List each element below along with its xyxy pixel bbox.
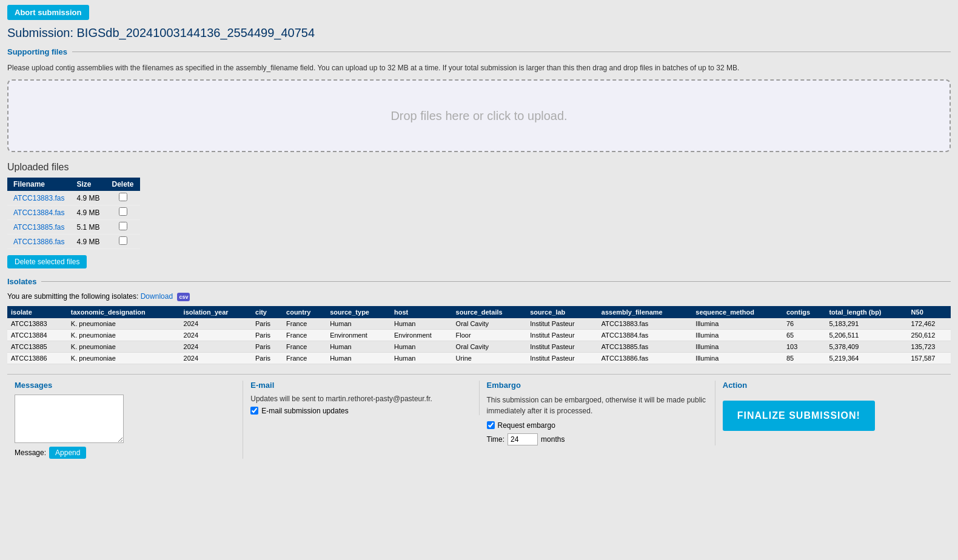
table-row: Illumina <box>692 318 783 330</box>
table-row: Human <box>390 341 452 352</box>
table-row: Paris <box>252 318 283 330</box>
table-row: ATCC13883.fas 4.9 MB <box>7 191 140 205</box>
messages-title: Messages <box>15 381 235 390</box>
finalize-submission-button[interactable]: FINALIZE SUBMISSION! <box>723 401 875 431</box>
messages-col: Messages Message: Append <box>7 381 243 459</box>
page-wrapper: Abort submission Submission: BIGSdb_2024… <box>0 0 958 560</box>
file-delete-cell <box>106 205 140 220</box>
email-checkbox-label[interactable]: E-mail submission updates <box>250 407 471 415</box>
download-link[interactable]: Download <box>141 292 173 301</box>
embargo-checkbox[interactable] <box>487 421 495 429</box>
action-col: Action FINALIZE SUBMISSION! <box>715 381 951 431</box>
table-row: Urine <box>452 352 527 364</box>
table-row: Illumina <box>692 352 783 364</box>
supporting-files-label: Supporting files <box>7 47 72 56</box>
table-row: Illumina <box>692 329 783 341</box>
table-row: Institut Pasteur <box>526 318 598 330</box>
embargo-time-input[interactable] <box>507 433 538 445</box>
delete-selected-files-button[interactable]: Delete selected files <box>7 255 87 268</box>
table-row: 5,219,364 <box>825 352 907 364</box>
size-header: Size <box>71 178 106 191</box>
file-delete-cell <box>106 191 140 205</box>
table-row: 65 <box>783 329 825 341</box>
file-delete-cell <box>106 235 140 249</box>
isolates-label: Isolates <box>7 277 41 286</box>
table-row: ATCC13886 <box>7 352 67 364</box>
table-row: France <box>283 352 326 364</box>
embargo-time-row: Time: months <box>487 433 708 445</box>
isolates-col-header: taxonomic_designation <box>67 306 180 318</box>
file-delete-checkbox[interactable] <box>119 207 127 216</box>
table-row: ATCC13883.fas <box>598 318 692 330</box>
table-row: Human <box>390 352 452 364</box>
file-link[interactable]: ATCC13885.fas <box>13 223 65 232</box>
supporting-files-divider-line <box>72 52 951 52</box>
isolates-col-header: source_lab <box>526 306 598 318</box>
table-row: ATCC13886.fas <box>598 352 692 364</box>
table-row: ATCC13883 <box>7 318 67 330</box>
table-row: 2024 <box>180 329 252 341</box>
uploaded-files-title: Uploaded files <box>7 162 951 173</box>
action-title: Action <box>723 381 943 390</box>
file-size-cell: 4.9 MB <box>71 205 106 220</box>
message-label: Message: <box>15 448 46 457</box>
list-item: ATCC13884K. pneumoniae2024ParisFranceEnv… <box>7 329 951 341</box>
file-delete-checkbox[interactable] <box>119 193 127 201</box>
isolates-col-header: source_type <box>326 306 390 318</box>
message-row: Message: Append <box>15 447 235 459</box>
isolates-col-header: assembly_filename <box>598 306 692 318</box>
table-row: 103 <box>783 341 825 352</box>
table-row: 250,612 <box>908 329 951 341</box>
list-item: ATCC13886K. pneumoniae2024ParisFranceHum… <box>7 352 951 364</box>
table-row: Human <box>390 318 452 330</box>
email-checkbox[interactable] <box>250 407 258 415</box>
table-row: Oral Cavity <box>452 341 527 352</box>
table-row: K. pneumoniae <box>67 329 180 341</box>
append-button[interactable]: Append <box>49 447 86 459</box>
isolates-col-header: city <box>252 306 283 318</box>
table-row: 5,206,511 <box>825 329 907 341</box>
file-drop-zone[interactable]: Drop files here or click to upload. <box>7 79 951 152</box>
table-row: ATCC13885.fas <box>598 341 692 352</box>
table-row: 172,462 <box>908 318 951 330</box>
embargo-title: Embargo <box>487 381 708 390</box>
table-row: 2024 <box>180 318 252 330</box>
table-row: 2024 <box>180 341 252 352</box>
file-delete-cell <box>106 220 140 235</box>
file-name-cell: ATCC13883.fas <box>7 191 71 205</box>
table-row: France <box>283 318 326 330</box>
email-col: E-mail Updates will be sent to martin.re… <box>243 381 479 415</box>
table-row: K. pneumoniae <box>67 318 180 330</box>
time-label: Time: <box>487 435 505 444</box>
file-size-cell: 5.1 MB <box>71 220 106 235</box>
file-name-cell: ATCC13885.fas <box>7 220 71 235</box>
table-row: Institut Pasteur <box>526 329 598 341</box>
table-row: Human <box>326 318 390 330</box>
isolates-col-header: N50 <box>908 306 951 318</box>
table-row: Illumina <box>692 341 783 352</box>
isolates-col-header: sequence_method <box>692 306 783 318</box>
table-row: France <box>283 329 326 341</box>
table-row: Human <box>326 341 390 352</box>
embargo-checkbox-label[interactable]: Request embargo <box>487 421 708 430</box>
file-delete-checkbox[interactable] <box>119 222 127 230</box>
file-link[interactable]: ATCC13883.fas <box>13 194 65 202</box>
file-name-cell: ATCC13884.fas <box>7 205 71 220</box>
table-row: Paris <box>252 352 283 364</box>
months-label: months <box>541 435 564 444</box>
embargo-checkbox-text: Request embargo <box>498 421 555 430</box>
file-link[interactable]: ATCC13884.fas <box>13 208 65 217</box>
supporting-files-section-header: Supporting files <box>7 47 951 56</box>
file-delete-checkbox[interactable] <box>119 236 127 245</box>
table-row: Institut Pasteur <box>526 352 598 364</box>
table-row: Paris <box>252 341 283 352</box>
table-row: ATCC13884.fas 4.9 MB <box>7 205 140 220</box>
file-link[interactable]: ATCC13886.fas <box>13 238 65 246</box>
delete-header: Delete <box>106 178 140 191</box>
message-textarea[interactable] <box>15 395 124 443</box>
abort-submission-button[interactable]: Abort submission <box>7 5 89 20</box>
table-row: 135,723 <box>908 341 951 352</box>
isolates-col-header: source_details <box>452 306 527 318</box>
table-row: ATCC13885.fas 5.1 MB <box>7 220 140 235</box>
file-size-cell: 4.9 MB <box>71 191 106 205</box>
